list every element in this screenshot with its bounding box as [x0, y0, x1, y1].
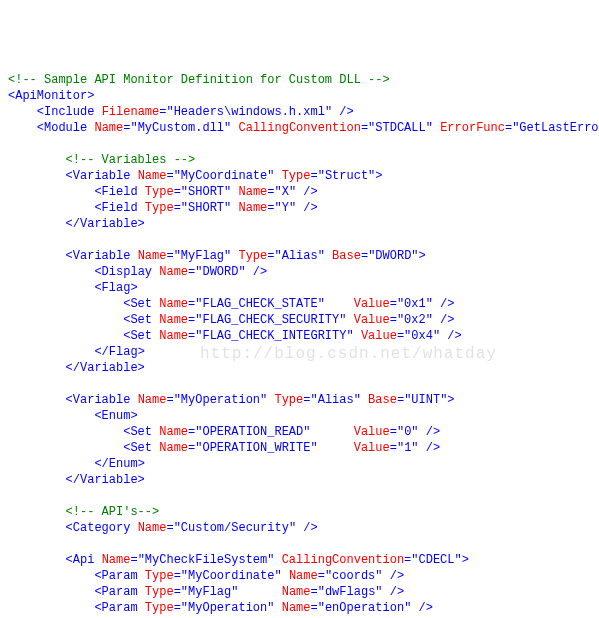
xml-code-block: <!-- Sample API Monitor Definition for C…	[8, 72, 591, 618]
